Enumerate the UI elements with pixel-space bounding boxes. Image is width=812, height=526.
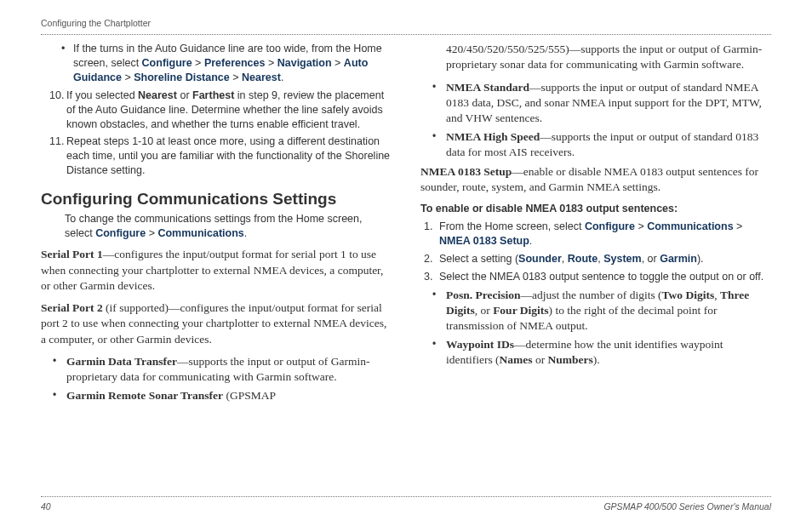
step-10: 10. If you selected Nearest or Farthest … xyxy=(49,89,392,132)
path-nearest: Nearest xyxy=(242,71,281,83)
paren: (GPSMAP xyxy=(223,389,276,402)
opt-nearest: Nearest xyxy=(138,89,177,101)
opt-two-digits: Two Digits xyxy=(662,289,715,301)
path-communications: Communications xyxy=(647,220,733,232)
bullet-nmea-standard: • NMEA Standard—supports the input or ou… xyxy=(432,80,771,127)
bullet-dot: • xyxy=(61,42,73,85)
path-navigation: Navigation xyxy=(277,57,332,69)
manual-title: GPSMAP 400/500 Series Owner's Manual xyxy=(603,500,771,512)
bullet-auto-guidance-wide: • If the turns in the Auto Guidance line… xyxy=(61,42,392,85)
label: Garmin Remote Sonar Transfer xyxy=(66,389,223,402)
bullet-garmin-data-transfer: • Garmin Data Transfer—supports the inpu… xyxy=(53,354,392,385)
path-preferences: Preferences xyxy=(204,57,266,69)
opt-numbers: Numbers xyxy=(548,353,593,366)
label: NMEA High Speed xyxy=(446,130,540,143)
left-column: • If the turns in the Auto Guidance line… xyxy=(41,42,392,407)
opt-names: Names xyxy=(500,353,533,366)
bullet-dot: • xyxy=(432,288,446,334)
step-11: 11. Repeat steps 1-10 at least once more… xyxy=(49,134,392,178)
label: Garmin Data Transfer xyxy=(66,355,177,368)
label: Serial Port 1 xyxy=(41,248,103,260)
enable-step-2: 2. Select a setting (Sounder, Route, Sys… xyxy=(424,252,771,266)
opt-four-digits: Four Digits xyxy=(493,304,548,317)
text: ) to the right of the decimal point for … xyxy=(446,304,717,332)
step-number: 11. xyxy=(49,134,66,178)
nmea-setup: NMEA 0183 Setup—enable or disable NMEA 0… xyxy=(420,164,771,195)
content-columns: • If the turns in the Auto Guidance line… xyxy=(41,42,771,407)
text: From the Home screen, select xyxy=(439,220,585,232)
opt-farthest: Farthest xyxy=(192,89,234,101)
label: Waypoint IDs xyxy=(446,338,514,351)
step-number: 2. xyxy=(424,252,439,266)
bullet-garmin-remote-sonar: • Garmin Remote Sonar Transfer (GPSMAP xyxy=(53,388,392,403)
enable-step-3: 3. Select the NMEA 0183 output sentence … xyxy=(424,270,771,284)
bullet-nmea-high-speed: • NMEA High Speed—supports the input or … xyxy=(432,129,771,160)
opt-route: Route xyxy=(568,253,598,265)
label: NMEA Standard xyxy=(446,81,529,94)
path-configure: Configure xyxy=(585,220,635,232)
path-communications: Communications xyxy=(157,227,243,239)
bullet-waypoint-ids: • Waypoint IDs—determine how the unit id… xyxy=(432,337,771,368)
header-rule xyxy=(41,34,771,35)
right-column: 420/450/520/550/525/555)—supports the in… xyxy=(420,42,771,407)
label: Serial Port 2 xyxy=(41,301,103,314)
text: Select the NMEA 0183 output sentence to … xyxy=(439,270,771,284)
bullet-dot: • xyxy=(432,129,446,160)
footer: 40 GPSMAP 400/500 Series Owner's Manual xyxy=(41,496,771,512)
bullet-posn-precision: • Posn. Precision—adjust the number of d… xyxy=(432,288,771,334)
text: or xyxy=(177,89,192,101)
opt-garmin: Garmin xyxy=(660,253,697,265)
bullet-dot: • xyxy=(432,80,446,127)
text: Repeat steps 1-10 at least once more, us… xyxy=(66,134,392,178)
bullet-dot: • xyxy=(53,388,66,403)
path-nmea-setup: NMEA 0183 Setup xyxy=(439,235,529,247)
opt-system: System xyxy=(603,253,641,265)
path-configure: Configure xyxy=(142,57,192,69)
section-heading: Configuring Communications Settings xyxy=(41,188,392,210)
bullet-dot: • xyxy=(432,337,446,368)
page-number: 40 xyxy=(41,500,51,512)
text: ). xyxy=(593,353,600,366)
text: If you selected xyxy=(66,89,138,101)
running-header: Configuring the Chartplotter xyxy=(41,17,771,29)
opt-sounder: Sounder xyxy=(518,253,562,265)
text: Select a setting ( xyxy=(439,253,518,265)
text: —adjust the number of digits ( xyxy=(521,289,662,301)
serial-port-2: Serial Port 2 (if supported)—configures … xyxy=(41,300,392,347)
enable-step-1: 1. From the Home screen, select Configur… xyxy=(424,220,771,249)
step-number: 1. xyxy=(424,220,439,249)
enable-nmea-heading: To enable or disable NMEA 0183 output se… xyxy=(420,202,771,216)
path-shoreline: Shoreline Distance xyxy=(134,71,230,83)
step-number: 10. xyxy=(49,89,66,132)
path-configure: Configure xyxy=(95,227,146,239)
text: ). xyxy=(697,253,704,265)
bullet-dot: • xyxy=(53,354,66,385)
label: NMEA 0183 Setup xyxy=(420,165,512,178)
continuation-text: 420/450/520/550/525/555)—supports the in… xyxy=(446,42,771,72)
step-number: 3. xyxy=(424,270,439,284)
section-intro: To change the communications settings fr… xyxy=(65,212,392,241)
paren: (if supported) xyxy=(103,301,169,314)
label: Posn. Precision xyxy=(446,289,521,301)
serial-port-1: Serial Port 1—configures the input/outpu… xyxy=(41,247,392,294)
